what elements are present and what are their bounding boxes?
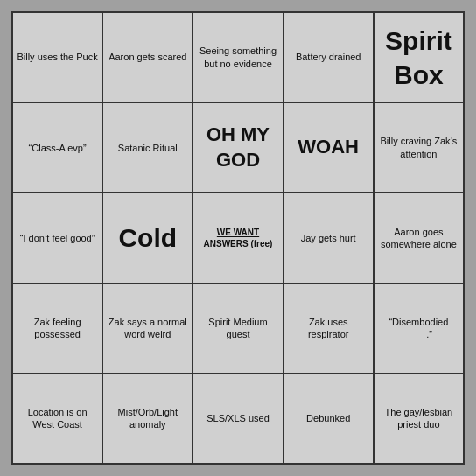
cell-text-16: Zak says a normal word weird <box>107 316 188 341</box>
bingo-cell-1: Aaron gets scared <box>102 12 192 102</box>
cell-text-22: SLS/XLS used <box>206 412 270 424</box>
cell-text-2: Seeing something but no evidence <box>197 45 278 70</box>
bingo-cell-13: Jay gets hurt <box>284 192 374 283</box>
cell-text-1: Aaron gets scared <box>108 51 186 63</box>
bingo-cell-15: Zak feeling possessed <box>12 284 102 374</box>
bingo-cell-0: Billy uses the Puck <box>12 12 102 102</box>
cell-text-15: Zak feeling possessed <box>17 316 98 341</box>
bingo-cell-10: “I don’t feel good” <box>12 192 102 283</box>
bingo-cell-24: The gay/lesbian priest duo <box>374 374 464 464</box>
cell-text-23: Debunked <box>306 412 350 424</box>
cell-text-13: Jay gets hurt <box>301 232 356 244</box>
cell-text-9: Billy craving Zak’s attention <box>378 135 459 160</box>
bingo-cell-4: Spirit Box <box>374 12 464 102</box>
bingo-cell-18: Zak uses respirator <box>284 284 374 374</box>
cell-text-8: WOAH <box>298 135 359 160</box>
cell-text-5: “Class-A evp” <box>29 142 87 154</box>
cell-text-18: Zak uses respirator <box>288 316 369 341</box>
bingo-cell-6: Satanic Ritual <box>102 102 192 192</box>
cell-text-3: Battery drained <box>296 51 361 63</box>
cell-text-6: Satanic Ritual <box>118 142 178 154</box>
cell-text-0: Billy uses the Puck <box>17 51 97 63</box>
bingo-cell-12: WE WANT ANSWERS (free) <box>192 192 283 283</box>
bingo-cell-21: Mist/Orb/Light anomaly <box>102 374 192 464</box>
bingo-cell-8: WOAH <box>284 102 374 192</box>
cell-text-7: OH MY GOD <box>197 122 278 172</box>
bingo-card: Billy uses the PuckAaron gets scaredSeei… <box>10 10 466 466</box>
bingo-cell-5: “Class-A evp” <box>12 102 102 192</box>
cell-text-10: “I don’t feel good” <box>20 232 95 244</box>
cell-text-20: Location is on West Coast <box>17 406 98 431</box>
bingo-cell-11: Cold <box>102 192 192 283</box>
cell-text-24: The gay/lesbian priest duo <box>378 406 459 431</box>
cell-text-12: WE WANT ANSWERS (free) <box>197 227 278 249</box>
cell-text-11: Cold <box>118 220 177 255</box>
bingo-cell-17: Spirit Medium guest <box>192 284 283 374</box>
bingo-cell-14: Aaron goes somewhere alone <box>374 192 464 283</box>
bingo-cell-7: OH MY GOD <box>192 102 283 192</box>
bingo-cell-2: Seeing something but no evidence <box>192 12 283 102</box>
cell-text-14: Aaron goes somewhere alone <box>378 226 459 251</box>
cell-text-4: Spirit Box <box>378 24 459 92</box>
bingo-cell-22: SLS/XLS used <box>192 374 283 464</box>
bingo-cell-20: Location is on West Coast <box>12 374 102 464</box>
cell-text-17: Spirit Medium guest <box>197 316 278 341</box>
bingo-cell-23: Debunked <box>284 374 374 464</box>
cell-text-21: Mist/Orb/Light anomaly <box>107 406 188 431</box>
cell-text-19: “Disembodied ____.” <box>378 316 459 341</box>
bingo-cell-19: “Disembodied ____.” <box>374 284 464 374</box>
bingo-cell-9: Billy craving Zak’s attention <box>374 102 464 192</box>
bingo-cell-16: Zak says a normal word weird <box>102 284 192 374</box>
bingo-cell-3: Battery drained <box>284 12 374 102</box>
